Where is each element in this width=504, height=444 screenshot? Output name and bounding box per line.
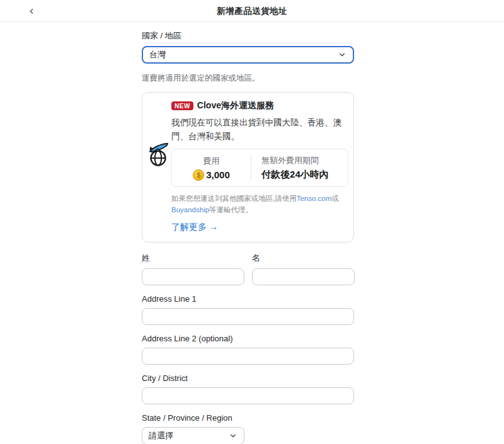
state-select[interactable]: 請選擇	[142, 427, 244, 444]
coin-icon: $	[193, 169, 204, 181]
note-text: 或	[331, 195, 339, 202]
fee-column: 費用 $ 3,000	[172, 156, 251, 181]
state-label: State / Province / Region	[142, 413, 354, 423]
last-name-input[interactable]	[142, 268, 244, 285]
chevron-down-icon	[338, 50, 346, 59]
learn-more-link[interactable]: 了解更多 →	[171, 222, 218, 233]
promo-description: 我們現在可以直接出貨到中國大陸、香港、澳門、台灣和美國。	[171, 116, 343, 143]
fee-period-value: 付款後24小時內	[261, 169, 348, 181]
country-select-value: 台灣	[149, 49, 166, 60]
country-select[interactable]: 台灣	[142, 46, 354, 64]
address1-label: Address Line 1	[142, 294, 354, 304]
fee-box: 費用 $ 3,000 無額外費用期間 付款後24小時內	[171, 149, 348, 187]
globe-airplane-icon	[146, 140, 171, 168]
city-label: City / District	[142, 373, 354, 383]
header: 新增產品送貨地址	[0, 0, 504, 22]
note-text: 等運輸代理。	[209, 206, 253, 213]
state-select-value: 請選擇	[149, 430, 173, 441]
first-name-label: 名	[252, 253, 355, 264]
fee-period-label: 無額外費用期間	[261, 155, 348, 166]
tenso-link[interactable]: Tenso.com	[297, 195, 332, 202]
last-name-label: 姓	[142, 253, 244, 264]
new-badge: NEW	[171, 101, 193, 110]
promo-header: NEW Clove海外運送服務	[171, 100, 347, 111]
shipping-helper-text: 運費將適用於選定的國家或地區。	[142, 73, 354, 84]
fee-amount: 3,000	[206, 169, 230, 180]
address-line1-input[interactable]	[142, 308, 354, 325]
address-line2-input[interactable]	[142, 348, 354, 365]
overseas-shipping-card: NEW Clove海外運送服務 我們現在可以直接出貨到中國大陸、香港、澳門、台灣…	[142, 92, 354, 242]
page-title: 新增產品送貨地址	[0, 0, 504, 22]
chevron-down-icon	[229, 431, 238, 440]
city-district-input[interactable]	[142, 387, 354, 404]
address2-label: Address Line 2 (optional)	[142, 334, 354, 343]
forwarding-note: 如果您想運送到其他國家或地區,請使用Tenso.com或Buyandship等運…	[171, 193, 348, 216]
promo-title: Clove海外運送服務	[197, 100, 274, 111]
country-label: 國家 / 地區	[142, 30, 354, 42]
address-form: 國家 / 地區 台灣 運費將適用於選定的國家或地區。 NEW	[0, 22, 354, 444]
name-row: 姓 名	[142, 253, 354, 285]
buyandship-link[interactable]: Buyandship	[171, 206, 209, 213]
fee-label: 費用	[172, 156, 251, 167]
note-text: 如果您想運送到其他國家或地區,請使用	[171, 195, 297, 202]
first-name-input[interactable]	[252, 268, 355, 285]
fee-period-column: 無額外費用期間 付款後24小時內	[251, 155, 348, 181]
